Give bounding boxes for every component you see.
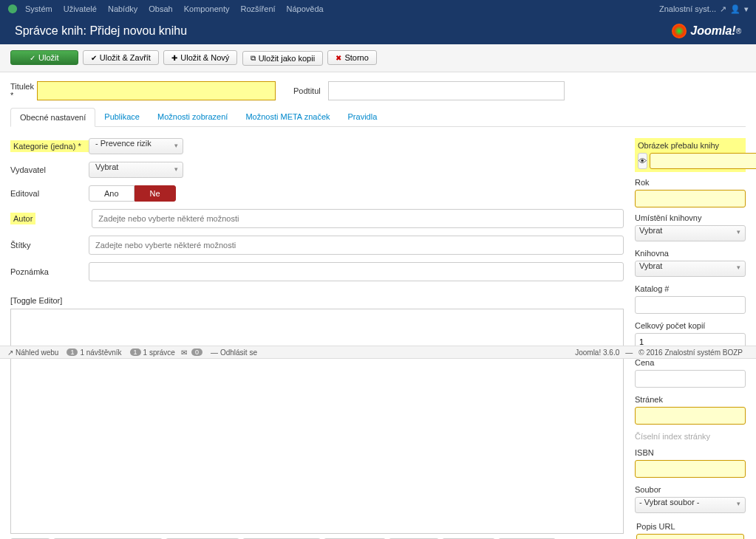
visitors-text[interactable]: 1 návštěvník <box>80 349 121 357</box>
tab-display[interactable]: Možnosti zobrazení <box>149 108 236 126</box>
joomla-logo: Joomla!® <box>672 24 741 38</box>
user-icon[interactable]: 👤 <box>730 4 740 14</box>
subtitle-input[interactable] <box>328 81 565 100</box>
title-row: Titulek * Podtitul <box>10 81 746 100</box>
file-select[interactable]: - Vybrat soubor - <box>635 497 746 513</box>
file-label: Soubor <box>635 485 746 494</box>
plus-icon: ✚ <box>171 54 177 62</box>
catalog-input[interactable] <box>635 296 746 314</box>
subtitle-label: Podtitul <box>293 86 321 95</box>
edited-label: Editoval <box>10 189 89 198</box>
pages-label: Stránek <box>635 395 746 404</box>
admins-text[interactable]: 1 správce <box>143 349 175 357</box>
eye-icon: 👁 <box>638 157 647 165</box>
cover-group: Obrázek přebalu knihy 👁 Zvolit ✖ <box>635 138 746 172</box>
isbn-input[interactable] <box>635 460 746 478</box>
author-input[interactable] <box>92 209 624 228</box>
status-bar: ↗Náhled webu 1 1 návštěvník 1 1 správce … <box>0 346 756 359</box>
nav-users[interactable]: Uživatelé <box>64 4 97 13</box>
desc-url-input[interactable] <box>636 534 744 540</box>
top-nav: Systém Uživatelé Nabídky Obsah Komponent… <box>0 0 756 18</box>
tags-label: Štítky <box>10 241 89 250</box>
library-select[interactable]: Vybrat <box>635 261 746 277</box>
publisher-label: Vydavatel <box>10 165 89 174</box>
tab-rules[interactable]: Pravidla <box>339 108 386 126</box>
save-button[interactable]: ✓Uložit <box>10 50 78 65</box>
save-new-button[interactable]: ✚Uložit & Nový <box>163 50 237 65</box>
price-input[interactable] <box>635 370 746 388</box>
page-title: Správce knih: Přidej novou knihu <box>15 24 672 38</box>
desc-url-label: Popis URL <box>636 522 744 531</box>
nav-extensions[interactable]: Rozšíření <box>240 4 275 13</box>
catalog-label: Katalog # <box>635 284 746 293</box>
cancel-button[interactable]: ✖Storno <box>327 50 376 65</box>
note-label: Poznámka <box>10 267 89 276</box>
envelope-icon: ✉ <box>181 349 187 357</box>
toggle-editor-link[interactable]: [Toggle Editor] <box>10 296 62 305</box>
edited-toggle: Ano Ne <box>89 185 176 202</box>
svg-point-0 <box>8 4 17 13</box>
note-input[interactable] <box>89 262 624 281</box>
site-name[interactable]: Znalostní syst... <box>659 4 716 13</box>
copies-label: Celkový počet kopií <box>635 321 746 330</box>
dash: — <box>625 349 633 357</box>
external-link-icon[interactable]: ↗ <box>720 4 726 14</box>
title-label: Titulek * <box>10 82 35 100</box>
tab-meta[interactable]: Možnosti META značek <box>236 108 338 126</box>
tabs: Obecné nastavení Publikace Možnosti zobr… <box>10 108 746 127</box>
external-link-icon: ↗ <box>7 349 13 357</box>
joomla-version: Joomla! 3.6.0 <box>575 349 619 357</box>
year-input[interactable] <box>635 190 746 207</box>
tags-input[interactable] <box>89 236 624 255</box>
location-select[interactable]: Vybrat <box>635 225 746 241</box>
cancel-icon: ✖ <box>336 54 341 62</box>
save-close-button[interactable]: ✔Uložit & Zavřít <box>83 50 159 65</box>
left-column: Kategorie (jedna) * - Prevence rizik Vyd… <box>10 138 624 540</box>
nav-components[interactable]: Komponenty <box>184 4 230 13</box>
editor-textarea[interactable] <box>10 309 624 534</box>
minus-icon: — <box>211 349 218 357</box>
isbn-label: ISBN <box>635 448 746 457</box>
edited-yes[interactable]: Ano <box>89 185 134 202</box>
library-label: Knihovna <box>635 249 746 258</box>
index-label: Číselní index stránky <box>635 432 746 441</box>
title-input[interactable] <box>37 81 276 100</box>
tab-publication[interactable]: Publikace <box>95 108 149 126</box>
visitors-badge: 1 <box>67 349 78 356</box>
location-label: Umístění knihovny <box>635 213 746 222</box>
nav-help[interactable]: Nápověda <box>287 4 324 13</box>
nav-system[interactable]: Systém <box>25 4 52 13</box>
content-grid: Kategorie (jedna) * - Prevence rizik Vyd… <box>10 138 746 540</box>
form-area: Titulek * Podtitul Obecné nastavení Publ… <box>0 72 756 540</box>
preview-link[interactable]: ↗Náhled webu <box>7 349 58 357</box>
joomla-mark-icon <box>672 24 687 38</box>
toolbar: ✓Uložit ✔Uložit & Zavřít ✚Uložit & Nový … <box>0 44 756 72</box>
save-copy-button[interactable]: ⧉Uložit jako kopii <box>242 51 323 66</box>
year-label: Rok <box>635 178 746 187</box>
pages-input[interactable] <box>635 407 746 425</box>
nav-content[interactable]: Obsah <box>149 4 172 13</box>
cover-label: Obrázek přebalu knihy <box>638 141 743 150</box>
caret-down-icon[interactable]: ▾ <box>744 4 749 14</box>
author-label: Autor <box>10 213 35 224</box>
edited-no[interactable]: Ne <box>134 185 176 202</box>
page-header: Správce knih: Přidej novou knihu Joomla!… <box>0 18 756 44</box>
preview-image-button[interactable]: 👁 <box>638 153 647 169</box>
price-label: Cena <box>635 358 746 367</box>
category-label: Kategorie (jedna) * <box>10 140 89 152</box>
nav-menus[interactable]: Nabídky <box>108 4 137 13</box>
check-icon: ✓ <box>30 54 35 62</box>
tab-general[interactable]: Obecné nastavení <box>10 108 95 127</box>
category-select[interactable]: - Prevence rizik <box>89 138 183 154</box>
check-icon: ✔ <box>91 54 97 62</box>
admins-badge: 1 <box>130 349 141 356</box>
joomla-logo-text: Joomla! <box>690 24 735 38</box>
right-column: Obrázek přebalu knihy 👁 Zvolit ✖ Rok Umí… <box>635 138 746 540</box>
logout-link[interactable]: —Odhlásit se <box>211 349 257 357</box>
cover-input[interactable] <box>650 153 756 169</box>
messages-link[interactable]: ✉0 <box>181 349 205 357</box>
copy-icon: ⧉ <box>251 54 256 63</box>
joomla-icon <box>7 4 18 14</box>
copyright: © 2016 Znalostní systém BOZP <box>638 349 743 357</box>
publisher-select[interactable]: Vybrat <box>89 162 183 178</box>
